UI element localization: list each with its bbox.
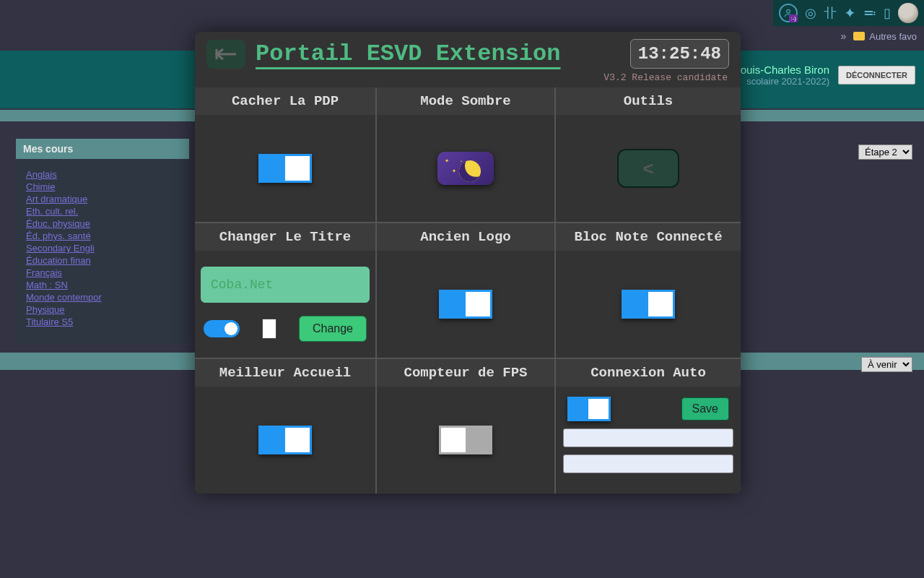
cell-title: Meilleur Accueil [195,359,375,387]
extension-title: Portail ESVD Extension [256,40,620,67]
hide-pdp-toggle[interactable] [258,154,312,183]
back-button[interactable] [206,40,245,69]
tune-icon[interactable]: 卝 [824,4,837,22]
old-logo-toggle[interactable] [439,290,492,319]
logout-button[interactable]: DÉCONNECTER [838,66,915,85]
course-link[interactable]: Éducation finan [26,255,179,266]
course-link[interactable]: Éd. phys. santé [26,230,179,241]
course-link[interactable]: Monde contempor [26,292,179,303]
avenir-select[interactable]: À venir [861,357,912,372]
etape-select[interactable]: Étape 2 [858,144,912,160]
target-icon[interactable]: ◎ [805,5,816,21]
course-link[interactable]: Chimie [26,181,179,192]
user-avatar-icon[interactable] [898,3,918,23]
cell-bloc-note: Bloc Note Connecté [556,223,741,358]
cell-title: Mode Sombre [377,87,554,115]
course-link[interactable]: Titulaire S5 [26,316,179,327]
bloc-note-toggle[interactable] [622,290,675,319]
cell-auto-login: Connexion Auto Save [556,359,741,493]
auto-login-username[interactable] [563,428,733,447]
playlist-icon[interactable]: ≕ [863,5,876,21]
course-link[interactable]: Physique [26,304,179,315]
auto-login-toggle[interactable] [567,397,611,421]
change-button[interactable]: Change [299,316,367,342]
panel-icon[interactable]: ▯ [884,5,891,21]
title-toggle[interactable] [204,320,240,337]
bookmarks-more-icon[interactable]: » [840,30,846,42]
title-input[interactable] [201,267,370,303]
profile-icon[interactable]: :-) [779,4,798,22]
portal-user-box: ouis-Charles Biron scolaire 2021-2022) D… [741,64,915,87]
cell-change-title: Changer Le Titre Change [195,223,375,358]
version-label: V3.2 Release candidate [603,72,728,83]
course-link[interactable]: Eth. cult. rel. [26,206,179,217]
course-link[interactable]: Éduc. physique [26,218,179,229]
cell-title: Connexion Auto [556,359,741,387]
cell-old-logo: Ancien Logo [377,223,554,358]
courses-panel: Mes cours Anglais Chimie Art dramatique … [16,139,189,343]
browser-extension-toolbar: :-) ◎ 卝 ✦ ≕ ▯ [773,0,924,26]
course-link[interactable]: Secondary Engli [26,243,179,254]
courses-header: Mes cours [16,139,189,159]
extension-header: Portail ESVD Extension 13:25:48 V3.2 Rel… [195,32,741,72]
cell-title: Changer Le Titre [195,223,375,251]
cell-hide-pdp: Cacher La PDP [195,87,375,222]
cell-better-home: Meilleur Accueil [195,359,375,493]
better-home-toggle[interactable] [258,426,312,454]
course-link[interactable]: Français [26,267,179,278]
svg-point-0 [787,9,790,13]
save-button[interactable]: Save [681,397,729,420]
settings-grid: Cacher La PDP Mode Sombre ✦ ✦ · Outils < [195,87,741,493]
favorites-folder-label: Autres favo [869,31,917,42]
cell-title: Compteur de FPS [377,359,554,387]
extensions-puzzle-icon[interactable]: ✦ [844,4,856,22]
course-link[interactable]: Math : SN [26,280,179,290]
favorites-folder[interactable]: Autres favo [853,31,917,42]
fps-toggle[interactable] [439,426,492,454]
school-year: scolaire 2021-2022) [741,76,829,87]
cell-tools: Outils < [556,87,741,222]
cell-dark-mode: Mode Sombre ✦ ✦ · [377,87,554,222]
cell-title: Outils [556,87,741,115]
clock-display: 13:25:48 [630,39,729,69]
tools-button[interactable]: < [617,149,679,188]
cell-title: Cacher La PDP [195,87,375,115]
extension-popup: Portail ESVD Extension 13:25:48 V3.2 Rel… [195,32,741,493]
courses-list: Anglais Chimie Art dramatique Eth. cult.… [16,159,189,343]
title-char-input[interactable] [262,319,276,339]
bookmarks-bar: » Autres favo [833,26,924,46]
cell-title: Ancien Logo [377,223,554,251]
course-link[interactable]: Art dramatique [26,194,179,204]
cell-fps: Compteur de FPS [377,359,554,493]
folder-icon [853,32,865,40]
cell-title: Bloc Note Connecté [556,223,741,251]
user-name: ouis-Charles Biron [741,64,829,76]
course-link[interactable]: Anglais [26,169,179,180]
auto-login-password[interactable] [563,454,733,473]
dark-mode-button[interactable]: ✦ ✦ · [437,152,494,185]
smiley-badge: :-) [789,14,798,22]
